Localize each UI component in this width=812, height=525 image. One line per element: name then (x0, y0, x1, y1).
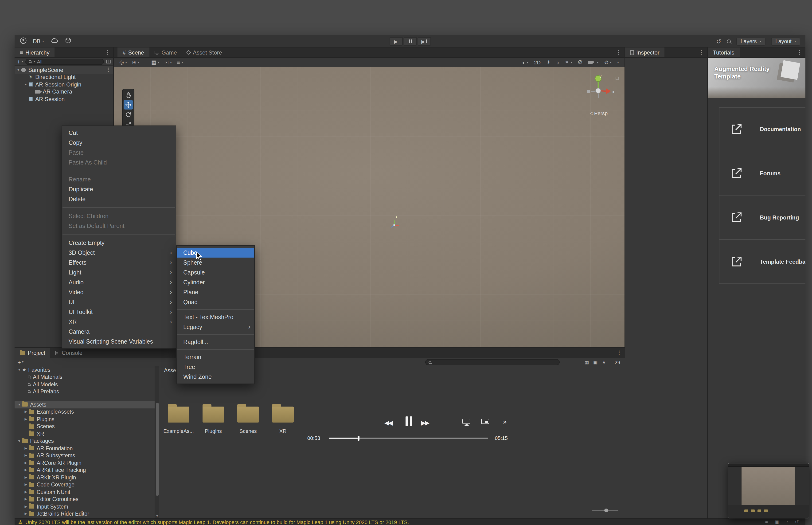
play-button[interactable]: ▶ (389, 37, 402, 46)
menu-item-ui[interactable]: UI › (62, 297, 176, 307)
slider-thumb[interactable] (604, 509, 608, 512)
kebab-menu-icon[interactable]: ⋮ (699, 49, 704, 56)
tree-row-all-materials[interactable]: All Materials (15, 373, 155, 381)
foldout-closed-icon[interactable]: ▶ (23, 512, 29, 516)
kebab-menu-icon[interactable]: ⋮ (616, 350, 622, 356)
submenu-item-terrain[interactable]: Terrain (177, 352, 254, 362)
project-tree-scrollbar[interactable]: ▼ (155, 366, 159, 519)
picture-in-picture-icon[interactable] (481, 419, 489, 424)
columns-icon[interactable] (106, 60, 111, 63)
status-warning-text[interactable]: Unity 2020 LTS will be the last version … (25, 519, 763, 525)
menu-item-duplicate[interactable]: Duplicate (62, 184, 176, 194)
submenu-item-ragdoll[interactable]: Ragdoll... (177, 337, 254, 347)
template-feedback-card[interactable]: Template Feedback (719, 240, 806, 284)
tree-row-arkit-face-tracking[interactable]: ▶ ARKit Face Tracking (15, 466, 155, 474)
rewind-button[interactable]: ◀◀ (384, 419, 392, 426)
foldout-closed-icon[interactable]: ▶ (23, 497, 29, 501)
chevron-down-icon[interactable]: ▾ (617, 60, 619, 64)
plastic-scm-icon[interactable] (65, 37, 71, 45)
gizmos-button[interactable]: ⊚ ▾ (604, 59, 612, 65)
move-tool-button[interactable] (124, 100, 133, 109)
tree-row-arkit-xr-plugin[interactable]: ▶ ARKit XR Plugin (15, 474, 155, 481)
tab-project[interactable]: Project (15, 348, 50, 358)
foldout-closed-icon[interactable]: ▶ (23, 476, 29, 479)
undo-history-icon[interactable]: ↺ (716, 38, 721, 45)
bug-reporting-card[interactable]: Bug Reporting (719, 196, 806, 240)
save-search-icon[interactable]: ★ (602, 360, 606, 365)
account-dropdown[interactable]: DB ▾ (33, 38, 44, 44)
snap-settings-button[interactable]: ⊡ ▾ (165, 59, 172, 65)
submenu-item-legacy[interactable]: Legacy › (177, 322, 254, 332)
tree-row-all-prefabs[interactable]: All Prefabs (15, 388, 155, 395)
tab-scene[interactable]: # Scene (118, 47, 149, 57)
submenu-item-tree[interactable]: Tree (177, 362, 254, 372)
pip-video-window[interactable] (728, 463, 809, 519)
tree-row-exampleassets[interactable]: ▶ ExampleAssets (15, 408, 155, 416)
tab-game[interactable]: Game (149, 47, 182, 57)
hierarchy-search-input[interactable]: ▾ All (25, 59, 104, 65)
kebab-menu-icon[interactable]: ⋮ (106, 67, 111, 73)
thumbnail-zoom-slider[interactable] (592, 510, 618, 511)
foldout-open-icon[interactable]: ▼ (16, 69, 21, 72)
more-controls-icon[interactable]: » (503, 417, 506, 425)
tree-row-custom-nunit[interactable]: ▶ Custom NUnit (15, 488, 155, 496)
tab-asset-store[interactable]: Asset Store (182, 47, 227, 57)
menu-item-copy[interactable]: Copy (62, 138, 176, 148)
kebab-menu-icon[interactable]: ⋮ (616, 49, 621, 56)
add-gameobject-button[interactable]: + ▾ (17, 58, 23, 65)
2d-toggle-button[interactable]: 2D (534, 59, 541, 65)
menu-item-video[interactable]: Video › (62, 287, 176, 297)
tree-row-jetbrains-rider-editor[interactable]: ▶ JetBrains Rider Editor (15, 510, 155, 518)
view-orientation-gizmo[interactable]: x y (581, 74, 615, 109)
foldout-closed-icon[interactable]: ▶ (23, 505, 29, 509)
menu-item-audio[interactable]: Audio › (62, 277, 176, 287)
foldout-closed-icon[interactable]: ▶ (23, 454, 29, 457)
documentation-card[interactable]: Documentation (719, 107, 806, 151)
foldout-closed-icon[interactable]: ▶ (23, 447, 29, 450)
tab-console[interactable]: Console (50, 348, 88, 358)
menu-item-cut[interactable]: Cut (62, 128, 176, 138)
cloud-icon[interactable] (50, 38, 59, 45)
layers-dropdown[interactable]: Layers ▾ (736, 38, 765, 45)
menu-item-3d-object[interactable]: 3D Object › (62, 248, 176, 258)
foldout-open-icon[interactable]: ▼ (16, 368, 22, 372)
tree-row-editor-coroutines[interactable]: ▶ Editor Coroutines (15, 496, 155, 503)
pause-button[interactable] (405, 417, 412, 426)
foldout-closed-icon[interactable]: ▶ (23, 417, 29, 421)
shading-mode-button[interactable]: ◐ ▾ (522, 59, 528, 65)
tree-row-input-system[interactable]: ▶ Input System (15, 503, 155, 510)
menu-item-visual-scripting-scene-variables[interactable]: Visual Scripting Scene Variables (62, 336, 176, 346)
foldout-closed-icon[interactable]: ▶ (23, 490, 29, 494)
tree-row-ar-session[interactable]: AR Session (15, 95, 113, 103)
pause-button[interactable] (403, 37, 417, 46)
gizmo-lock-icon[interactable] (616, 77, 619, 80)
foldout-open-icon[interactable]: ▼ (23, 83, 29, 86)
kebab-menu-icon[interactable]: ⋮ (797, 49, 802, 56)
scrollbar-thumb[interactable] (156, 403, 159, 496)
effects-button[interactable]: ✶ ▾ (565, 59, 572, 65)
asset-scenes[interactable]: Scenes (237, 407, 259, 434)
asset-exampleassets[interactable]: ExampleAs... (167, 407, 190, 434)
status-icon-3[interactable]: ◔ (785, 519, 788, 525)
scene-audio-button[interactable]: ♪ (556, 59, 559, 65)
submenu-item-cube[interactable]: Cube (177, 248, 254, 258)
tree-row-ar-camera[interactable]: AR Camera (15, 88, 113, 95)
menu-item-xr[interactable]: XR › (62, 317, 176, 327)
grid-visibility-button[interactable]: ▦ ▾ (151, 59, 159, 65)
camera-settings-button[interactable]: ▾ (588, 60, 598, 64)
projection-label[interactable]: < Persp (584, 110, 614, 116)
step-button[interactable]: ▶ (417, 37, 431, 46)
foldout-closed-icon[interactable]: ▶ (23, 410, 29, 414)
submenu-item-capsule[interactable]: Capsule (177, 267, 254, 277)
search-by-label-icon[interactable]: ▣ (593, 360, 598, 365)
account-icon[interactable] (20, 37, 27, 45)
tree-row-ar-subsystems[interactable]: ▶ AR Subsystems (15, 452, 155, 459)
fast-forward-button[interactable]: ▶▶ (421, 419, 429, 426)
submenu-item-sphere[interactable]: Sphere (177, 258, 254, 267)
foldout-closed-icon[interactable]: ▶ (23, 468, 29, 472)
search-by-type-icon[interactable]: ▦ (585, 360, 589, 365)
hand-tool-button[interactable] (124, 90, 133, 100)
tree-row-packages[interactable]: ▼ Packages (15, 437, 155, 445)
tree-row-scenes[interactable]: Scenes (15, 423, 155, 430)
submenu-item-cylinder[interactable]: Cylinder (177, 277, 254, 287)
